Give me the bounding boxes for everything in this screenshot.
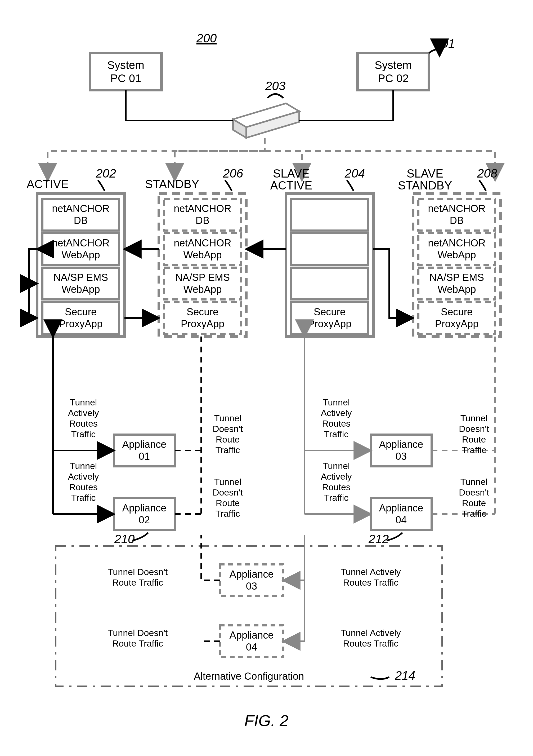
svg-text:Routes: Routes — [69, 482, 98, 492]
svg-text:Actively: Actively — [321, 472, 352, 481]
pc-01: System PC 01 — [90, 53, 162, 90]
svg-text:Routes: Routes — [322, 418, 351, 428]
svg-text:Tunnel Doesn't: Tunnel Doesn't — [108, 567, 168, 577]
role-active: ACTIVE — [27, 177, 69, 191]
svg-text:ProxyApp: ProxyApp — [435, 318, 479, 329]
stack-standby: netANCHORDB netANCHORWebApp NA/SP EMSWeb… — [159, 193, 246, 337]
svg-text:03: 03 — [395, 451, 407, 462]
ref-201: 201 — [435, 37, 455, 50]
ref-212: 212 — [368, 532, 389, 546]
svg-text:Secure: Secure — [441, 306, 473, 317]
svg-text:01: 01 — [139, 451, 150, 462]
stack-active: netANCHORDB netANCHORWebApp NA/SP EMSWeb… — [37, 193, 124, 337]
svg-text:Tunnel: Tunnel — [323, 397, 350, 407]
stack-slave-active: SecureProxyApp — [286, 193, 373, 337]
svg-text:Route: Route — [216, 434, 240, 445]
svg-text:ProxyApp: ProxyApp — [59, 318, 103, 329]
svg-text:Route Traffic: Route Traffic — [112, 578, 163, 587]
svg-text:Appliance: Appliance — [230, 569, 274, 580]
svg-text:Appliance: Appliance — [230, 630, 274, 641]
svg-text:Traffic: Traffic — [71, 429, 96, 439]
svg-text:Actively: Actively — [321, 408, 352, 418]
ref-206: 206 — [223, 166, 243, 180]
svg-rect-36 — [291, 199, 368, 230]
figure-caption: FIG. 2 — [244, 712, 289, 730]
svg-text:WebApp: WebApp — [62, 249, 100, 260]
role-standby: STANDBY — [145, 177, 199, 191]
svg-text:Route: Route — [462, 498, 486, 508]
figure-ref: 200 — [196, 31, 217, 45]
svg-text:NA/SP EMS: NA/SP EMS — [429, 272, 484, 283]
alt-config-label: Alternative Configuration — [194, 671, 304, 682]
svg-rect-3 — [357, 53, 429, 90]
svg-text:netANCHOR: netANCHOR — [428, 203, 486, 214]
svg-text:netANCHOR: netANCHOR — [52, 237, 110, 249]
svg-text:Doesn't: Doesn't — [213, 424, 243, 434]
svg-text:Tunnel: Tunnel — [214, 477, 241, 487]
svg-rect-37 — [291, 233, 368, 265]
svg-text:Secure: Secure — [187, 306, 218, 317]
svg-text:Routes: Routes — [322, 482, 351, 492]
svg-text:Actively: Actively — [68, 408, 99, 418]
svg-text:Tunnel: Tunnel — [70, 461, 97, 471]
svg-text:Traffic: Traffic — [462, 508, 486, 519]
svg-text:Traffic: Traffic — [462, 445, 486, 455]
svg-text:WebApp: WebApp — [437, 249, 476, 260]
svg-text:ProxyApp: ProxyApp — [308, 318, 352, 329]
svg-text:Tunnel Actively: Tunnel Actively — [341, 567, 401, 577]
svg-text:Tunnel: Tunnel — [214, 413, 241, 423]
svg-text:System: System — [107, 59, 144, 71]
svg-text:netANCHOR: netANCHOR — [52, 203, 110, 214]
svg-text:WebApp: WebApp — [437, 284, 476, 295]
appliance-02: Appliance02 — [114, 498, 175, 530]
appliance-01: Appliance01 — [114, 435, 175, 466]
appliance-04: Appliance04 — [371, 498, 432, 530]
svg-text:Traffic: Traffic — [324, 429, 349, 439]
svg-text:PC 01: PC 01 — [111, 72, 141, 85]
svg-text:netANCHOR: netANCHOR — [174, 203, 231, 214]
svg-text:Tunnel Doesn't: Tunnel Doesn't — [108, 628, 168, 638]
svg-rect-0 — [90, 53, 162, 90]
svg-text:Appliance: Appliance — [379, 439, 423, 450]
stack-slave-standby: netANCHORDB netANCHORWebApp NA/SP EMSWeb… — [413, 193, 500, 337]
ref-202: 202 — [96, 166, 116, 180]
svg-text:Appliance: Appliance — [379, 502, 423, 514]
role-slave-active-2: ACTIVE — [270, 179, 313, 192]
svg-text:Routes: Routes — [69, 418, 98, 428]
svg-text:Traffic: Traffic — [71, 493, 96, 503]
svg-text:netANCHOR: netANCHOR — [428, 237, 486, 249]
svg-text:netANCHOR: netANCHOR — [174, 237, 231, 249]
svg-text:Route: Route — [462, 434, 486, 445]
svg-text:04: 04 — [246, 641, 257, 653]
hub-icon — [233, 103, 299, 138]
pc-02: System PC 02 — [357, 53, 429, 90]
alt-appliance-04: Appliance04 — [220, 625, 283, 657]
svg-text:Tunnel: Tunnel — [70, 397, 97, 407]
svg-text:Doesn't: Doesn't — [213, 487, 243, 498]
svg-text:Tunnel: Tunnel — [460, 477, 488, 487]
svg-text:DB: DB — [196, 215, 210, 226]
svg-text:Secure: Secure — [65, 306, 97, 317]
svg-text:Tunnel Actively: Tunnel Actively — [341, 628, 401, 638]
svg-text:Route Traffic: Route Traffic — [112, 638, 163, 648]
role-slave-active-1: SLAVE — [273, 167, 310, 180]
svg-text:DB: DB — [450, 215, 464, 226]
svg-text:Tunnel: Tunnel — [323, 461, 350, 471]
svg-text:Doesn't: Doesn't — [459, 487, 489, 498]
svg-text:Appliance: Appliance — [122, 502, 166, 514]
svg-text:Traffic: Traffic — [216, 445, 240, 455]
svg-text:Routes Traffic: Routes Traffic — [343, 578, 398, 587]
svg-text:Routes Traffic: Routes Traffic — [343, 638, 398, 648]
svg-text:WebApp: WebApp — [62, 284, 100, 295]
svg-text:Secure: Secure — [314, 306, 345, 317]
svg-text:04: 04 — [395, 514, 407, 526]
svg-text:WebApp: WebApp — [183, 249, 222, 260]
ref-203: 203 — [265, 79, 286, 93]
alt-appliance-03: Appliance03 — [220, 564, 283, 596]
appliance-03: Appliance03 — [371, 435, 432, 466]
svg-text:NA/SP EMS: NA/SP EMS — [175, 272, 230, 283]
ref-210: 210 — [114, 532, 135, 546]
svg-text:02: 02 — [139, 514, 150, 526]
svg-text:ProxyApp: ProxyApp — [181, 318, 224, 329]
svg-text:03: 03 — [246, 580, 257, 592]
